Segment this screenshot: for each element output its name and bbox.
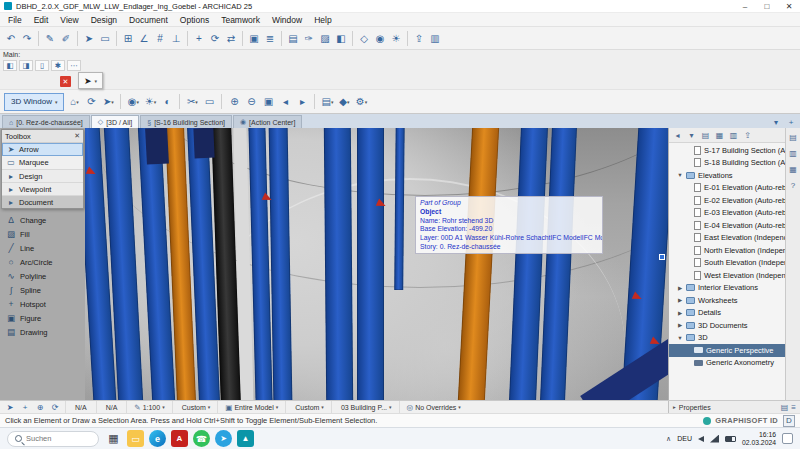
- cutting-plane-icon[interactable]: ✂▾: [184, 92, 200, 111]
- search-input[interactable]: [26, 434, 81, 443]
- dock-left-icon[interactable]: ◧: [3, 60, 17, 71]
- separator[interactable]: [120, 94, 121, 109]
- gravity-icon[interactable]: ⊥: [168, 29, 184, 48]
- document-tool-item[interactable]: Δ Change: [0, 213, 85, 227]
- layout-book-icon[interactable]: ▥: [727, 129, 740, 141]
- collapse-panel-icon[interactable]: ◂: [671, 129, 684, 141]
- close-palette-button[interactable]: ✕: [60, 76, 71, 87]
- home-story-icon[interactable]: ⌂▾: [66, 92, 82, 111]
- properties-list-icon[interactable]: ▤: [781, 403, 789, 412]
- camera-settings-icon[interactable]: ◉▾: [125, 92, 141, 111]
- view-tab[interactable]: ⌂ [0. Rez-de-chaussée]: [2, 115, 90, 128]
- tree-item[interactable]: Generic Perspective: [669, 344, 785, 357]
- toolbox-header[interactable]: Toolbox ✕: [2, 130, 83, 143]
- dock-right-icon[interactable]: ◨: [19, 60, 33, 71]
- whatsapp-icon[interactable]: ☎: [193, 430, 210, 447]
- status-field[interactable]: N/A: [96, 401, 127, 413]
- maximize-button[interactable]: □: [756, 0, 778, 12]
- menu-item[interactable]: Teamwork: [215, 15, 266, 25]
- surfaces-icon[interactable]: ◧: [333, 29, 349, 48]
- move-icon[interactable]: +: [191, 29, 207, 48]
- document-tool-item[interactable]: ∫ Spline: [0, 283, 85, 297]
- tree-item[interactable]: East Elevation (Independent...: [669, 232, 785, 245]
- status-field[interactable]: ▣ Entire Model ▾: [217, 401, 285, 413]
- document-tool-item[interactable]: ○ Arc/Circle: [0, 255, 85, 269]
- 3d-window-button[interactable]: 3D Window ▾: [4, 93, 64, 111]
- tree-item[interactable]: ▶ Worksheets: [669, 294, 785, 307]
- toolbox-item[interactable]: ▸ Design: [2, 169, 83, 182]
- expander-icon[interactable]: ▶: [677, 310, 683, 316]
- tree-item[interactable]: Generic Axonometry: [669, 357, 785, 370]
- undo-icon[interactable]: ↶: [3, 29, 19, 48]
- arrow-tool-icon[interactable]: ➤: [84, 76, 92, 86]
- tray-overflow-icon[interactable]: ∧: [666, 435, 671, 443]
- expander-icon[interactable]: ▼: [677, 335, 683, 341]
- rotate-icon[interactable]: ⟳: [207, 29, 223, 48]
- menu-item[interactable]: Window: [266, 15, 308, 25]
- separator[interactable]: [77, 31, 78, 46]
- selection-handle[interactable]: [659, 254, 665, 260]
- pan-mode-icon[interactable]: +: [19, 402, 31, 413]
- help-strip-icon[interactable]: ?: [787, 179, 799, 191]
- document-tool-item[interactable]: ╱ Line: [0, 241, 85, 255]
- pipe-element[interactable]: [324, 128, 354, 400]
- zoom-in-icon[interactable]: ⊕: [226, 92, 242, 111]
- pipe-element[interactable]: [357, 128, 384, 400]
- tree-item[interactable]: South Elevation (Independe...: [669, 257, 785, 270]
- guide-lines-icon[interactable]: ∠: [136, 29, 152, 48]
- project-map-icon[interactable]: ▤: [699, 129, 712, 141]
- network-icon[interactable]: [710, 435, 719, 443]
- notifications-icon[interactable]: [782, 433, 793, 444]
- inject-parameters-icon[interactable]: ✐: [58, 29, 74, 48]
- file-explorer-icon[interactable]: ▭: [127, 430, 144, 447]
- arrow-tool-icon[interactable]: ➤: [81, 29, 97, 48]
- separator[interactable]: [221, 94, 222, 109]
- properties-bar[interactable]: ▸ Properties ▤ ≡: [668, 401, 800, 413]
- redo-icon[interactable]: ↷: [19, 29, 35, 48]
- expander-icon[interactable]: ▶: [677, 322, 683, 328]
- marquee-tool-icon[interactable]: ▭: [97, 29, 113, 48]
- status-field[interactable]: ✎ 1:100 ▾: [126, 401, 171, 413]
- select-mode-icon[interactable]: ➤: [4, 402, 16, 413]
- orbit-mode-icon[interactable]: ⟳: [49, 402, 61, 413]
- toolbox-item[interactable]: ▸ Viewpoint: [2, 182, 83, 195]
- tree-item[interactable]: E-04 Elevation (Auto-rebuil...: [669, 219, 785, 232]
- expander-icon[interactable]: ▶: [677, 285, 683, 291]
- telegram-icon[interactable]: ➤: [215, 430, 232, 447]
- status-field[interactable]: Custom ▾: [172, 401, 218, 413]
- pipe-element[interactable]: [268, 128, 292, 400]
- taskbar-clock[interactable]: 16:16 02.03.2024: [742, 431, 776, 447]
- tree-item[interactable]: ▶ Details: [669, 307, 785, 320]
- zoom-mode-icon[interactable]: ⊕: [34, 402, 46, 413]
- view-map-icon[interactable]: ▦: [713, 129, 726, 141]
- d-badge[interactable]: D: [783, 415, 795, 427]
- toolbox-item[interactable]: ▸ Document: [2, 195, 83, 208]
- panel-toggle-icon[interactable]: ▯: [35, 60, 49, 71]
- tree-item[interactable]: E-03 Elevation (Auto-rebuil...: [669, 207, 785, 220]
- grid-snap-icon[interactable]: ⊞: [120, 29, 136, 48]
- document-tool-item[interactable]: + Hotspot: [0, 297, 85, 311]
- separator[interactable]: [314, 94, 315, 109]
- menu-item[interactable]: Options: [174, 15, 215, 25]
- battery-icon[interactable]: [725, 436, 736, 442]
- separator[interactable]: [187, 31, 188, 46]
- project-chooser-icon[interactable]: ▾: [685, 129, 698, 141]
- minimize-button[interactable]: –: [734, 0, 756, 12]
- pens-icon[interactable]: ✑: [301, 29, 317, 48]
- tree-item[interactable]: E-02 Elevation (Auto-rebuil...: [669, 194, 785, 207]
- mirror-icon[interactable]: ⇄: [223, 29, 239, 48]
- view-tab[interactable]: ◉ [Action Center]: [233, 115, 302, 128]
- new-tab-icon[interactable]: +: [785, 116, 797, 128]
- 3d-viewport[interactable]: Part of Group Object Name: Rohr stehend …: [85, 128, 668, 400]
- menu-item[interactable]: Help: [308, 15, 337, 25]
- menu-item[interactable]: File: [2, 15, 28, 25]
- edge-icon[interactable]: e: [149, 430, 166, 447]
- expander-icon[interactable]: ▶: [677, 297, 683, 303]
- document-tool-item[interactable]: ▣ Figure: [0, 311, 85, 325]
- tree-item[interactable]: S-18 Building Section (Auto...: [669, 157, 785, 170]
- separator[interactable]: [38, 31, 39, 46]
- status-field[interactable]: N/A: [65, 401, 96, 413]
- pickup-parameters-icon[interactable]: ✎: [42, 29, 58, 48]
- sun-settings-icon[interactable]: ☀▾: [142, 92, 158, 111]
- status-field[interactable]: 03 Building P... ▾: [331, 401, 399, 413]
